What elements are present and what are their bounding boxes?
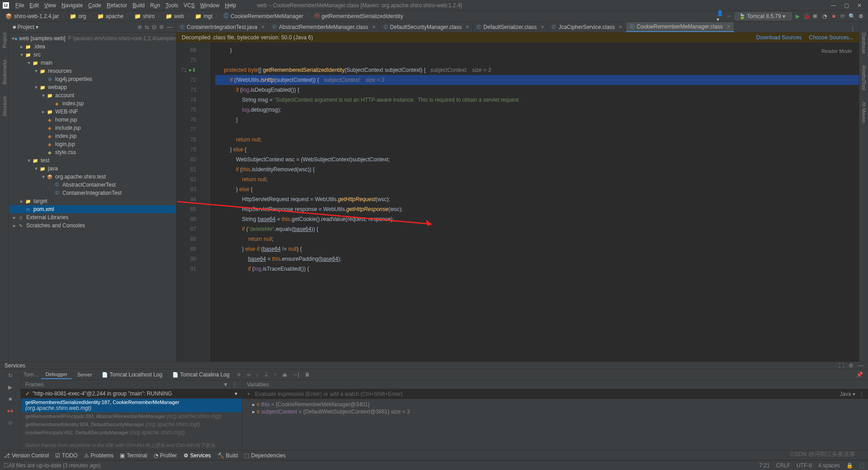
catalina-log-tab[interactable]: 📄 Tomcat Catalina Log xyxy=(168,370,234,379)
tree-node[interactable]: ◆home.jsp xyxy=(9,116,176,124)
breadcrumb[interactable]: 📁 org xyxy=(68,13,88,19)
reader-mode-badge[interactable]: Reader Mode xyxy=(819,45,854,57)
step-over-icon[interactable]: ⤼ xyxy=(244,371,253,378)
bookmarks-tool-tab[interactable]: Bookmarks xyxy=(2,58,7,86)
tree-node[interactable]: mpom.xml xyxy=(9,205,176,213)
variable-row[interactable]: ▸ ≡ subjectContext = {DefaultWebSubjectC… xyxy=(246,408,864,415)
tree-node[interactable]: ⒸContainerIntegrationTest xyxy=(9,189,176,197)
drop-frame-icon[interactable]: ⏏ xyxy=(280,371,289,378)
tree-node[interactable]: ▸📁.idea xyxy=(9,42,176,51)
git-update-icon[interactable]: ⟳ xyxy=(839,13,846,20)
menu-run[interactable]: Run xyxy=(147,2,163,9)
database-tool-tab[interactable]: Database xyxy=(861,31,867,56)
localhost-log-tab[interactable]: 📄 Tomcat Localhost Log xyxy=(97,370,167,379)
close-tab-icon[interactable]: × xyxy=(373,24,376,30)
breadcrumb[interactable]: 📦 shiro-web-1.2.4.jar xyxy=(4,13,61,19)
tool-build[interactable]: 🔨Build xyxy=(217,452,238,459)
breadcrumb[interactable]: 📁 apache xyxy=(95,13,125,19)
stack-frame[interactable]: getRememberedSerializedIdentity:187, Coo… xyxy=(21,399,242,412)
tree-node[interactable]: ◆index.jsp xyxy=(9,132,176,140)
vcs-status-icon[interactable]: ☐ xyxy=(4,462,9,469)
menu-refactor[interactable]: Refactor xyxy=(104,2,130,9)
tool-services[interactable]: ⚙Services xyxy=(184,452,211,459)
tree-node[interactable]: ▾📁java xyxy=(9,164,176,173)
step-out-icon[interactable]: ↑ xyxy=(272,371,279,378)
stop-icon[interactable]: ■ xyxy=(830,13,837,20)
breadcrumb[interactable]: Ⓒ CookieRememberMeManager xyxy=(222,12,305,20)
breadcrumb[interactable]: ⓜ getRememberedSerializedIdentity xyxy=(312,12,405,20)
project-tree[interactable]: ▾■web [samples-web]F:\javasec-env\shiro-… xyxy=(9,33,176,362)
menu-build[interactable]: Build xyxy=(130,2,147,9)
debugger-tab[interactable]: Debugger xyxy=(41,370,72,379)
editor-tab[interactable]: ⒸCookieRememberMeManager.class× xyxy=(626,22,734,32)
services-hide-icon[interactable]: — xyxy=(858,362,863,369)
tree-node[interactable]: ▸✎Scratches and Consoles xyxy=(9,221,176,230)
tree-node[interactable]: ▾📁test xyxy=(9,156,176,164)
tree-node[interactable]: ▾■web [samples-web]F:\javasec-env\shiro-… xyxy=(9,34,176,42)
editor-tab[interactable]: ⒸContainerIntegrationTest.java× xyxy=(176,22,269,32)
tree-node[interactable]: ⚙log4j.properties xyxy=(9,75,176,83)
variable-row[interactable]: ▸ ≡ this = {CookieRememberMeManager@3401… xyxy=(246,401,864,408)
tree-node[interactable]: ▾📁account xyxy=(9,91,176,99)
layout-icon[interactable]: ≡ xyxy=(235,371,243,378)
maximize-icon[interactable]: ▢ xyxy=(844,2,849,9)
back-icon[interactable]: ↩ xyxy=(726,13,733,20)
tree-node[interactable]: ◆include.jsp xyxy=(9,124,176,132)
debug-icon[interactable]: 🐞 xyxy=(803,13,810,20)
tree-node[interactable]: ▸📁target xyxy=(9,197,176,205)
search-icon[interactable]: 🔍 xyxy=(848,13,855,20)
download-sources-link[interactable]: Download Sources xyxy=(756,34,802,41)
tree-node[interactable]: ▸⎙External Libraries xyxy=(9,213,176,221)
maven-tool-tab[interactable]: m Maven xyxy=(861,100,867,125)
minimize-icon[interactable]: — xyxy=(830,2,836,9)
tree-node[interactable]: ◆login.jsp xyxy=(9,140,176,148)
tree-node[interactable]: ▾📦org.apache.shiro.test xyxy=(9,173,176,181)
menu-help[interactable]: Help xyxy=(222,2,239,9)
project-tool-tab[interactable]: Project xyxy=(2,31,7,50)
close-tab-icon[interactable]: × xyxy=(261,24,264,30)
close-tab-icon[interactable]: × xyxy=(466,24,469,30)
services-gear-icon[interactable]: ⚙ xyxy=(849,362,854,369)
services-wheel-icon[interactable]: ⛶ xyxy=(839,362,844,369)
menu-file[interactable]: File xyxy=(13,2,27,9)
stack-frame[interactable]: resolvePrincipals:492, DefaultSecurityMa… xyxy=(21,428,242,437)
editor-tab[interactable]: ⒸJcaCipherService.class× xyxy=(548,22,626,32)
resume-icon[interactable]: ▶ xyxy=(6,383,15,392)
tree-node[interactable]: ▾📁resources xyxy=(9,67,176,75)
frames-menu-icon[interactable]: ⋮ xyxy=(232,381,237,388)
tree-node[interactable]: ▾📁src xyxy=(9,51,176,59)
tool-todo[interactable]: ☑TODO xyxy=(55,452,77,459)
tool-dependencies[interactable]: ⬚Dependencies xyxy=(244,452,286,459)
close-icon[interactable]: ✕ xyxy=(857,2,862,9)
mute-breakpoints-icon[interactable]: ⦸ xyxy=(6,418,15,427)
close-tab-icon[interactable]: × xyxy=(541,24,544,30)
restful-tool-tab[interactable]: RestfulTool xyxy=(861,64,867,92)
step-into-icon[interactable]: ↓ xyxy=(254,371,261,378)
hide-icon[interactable]: — xyxy=(167,24,172,30)
user-icon[interactable]: 👤▾ xyxy=(717,13,724,20)
evaluate-input[interactable]: Evaluate expression (Enter) or add a wat… xyxy=(255,391,840,397)
menu-code[interactable]: Code xyxy=(85,2,104,9)
status-indicator[interactable]: 4 spaces xyxy=(818,462,840,469)
tree-node[interactable]: ⒸAbstractContainerTest xyxy=(9,181,176,189)
tool-terminal[interactable]: ▣Terminal xyxy=(120,452,147,459)
breadcrumb[interactable]: 📁 mgt xyxy=(193,13,214,19)
structure-tool-tab[interactable]: Structure xyxy=(2,94,7,118)
status-indicator[interactable]: 🔒 xyxy=(846,462,853,469)
select-opened-icon[interactable]: ⊕ xyxy=(137,24,142,30)
server-tab[interactable]: Server xyxy=(73,371,96,379)
status-indicator[interactable]: ⬚ xyxy=(859,462,864,469)
editor-tab[interactable]: ⒸDefaultSecurityManager.class× xyxy=(380,22,473,32)
expand-all-icon[interactable]: ⇆ xyxy=(145,24,149,30)
menu-view[interactable]: View xyxy=(42,2,59,9)
status-indicator[interactable]: CRLF xyxy=(776,462,790,469)
editor-tab[interactable]: ⒸDefaultSerializer.class× xyxy=(473,22,548,32)
close-tab-icon[interactable]: × xyxy=(619,24,622,30)
tool-profiler[interactable]: ◔Profiler xyxy=(154,452,177,459)
status-indicator[interactable]: UTF-8 xyxy=(797,462,812,469)
add-watch-icon[interactable]: ＋ xyxy=(246,390,251,398)
view-breakpoints-icon[interactable]: ●● xyxy=(6,406,15,415)
evaluate-icon[interactable]: 🖩 xyxy=(302,371,312,378)
editor-tab[interactable]: ⒸAbstractRememberMeManager.class× xyxy=(269,22,379,32)
rerun-icon[interactable]: ↻ xyxy=(6,371,15,380)
